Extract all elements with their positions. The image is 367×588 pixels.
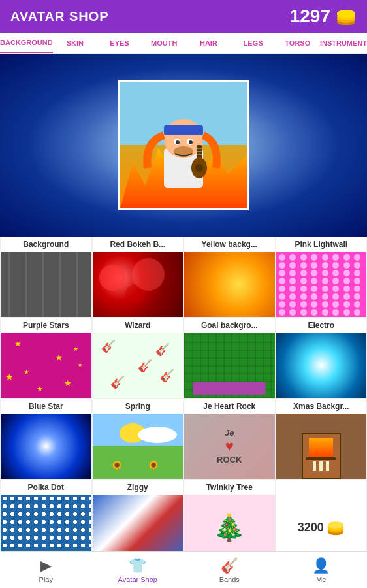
grid-item-price[interactable]: - 3200 — [276, 480, 368, 551]
coin-icon — [336, 6, 357, 27]
nav-play-label: Play — [39, 576, 53, 583]
grid-item-wizard[interactable]: Wizard 🎸 🎸 🎸 🎸 🎸 — [92, 318, 184, 399]
fireplace — [302, 433, 341, 479]
grid-item-polka-dot[interactable]: Polka Dot — [0, 480, 92, 551]
coins-display: 1297 — [290, 6, 357, 27]
coins-amount: 1297 — [290, 6, 330, 27]
svg-point-15 — [195, 164, 203, 172]
tab-mouth[interactable]: MOUTH — [142, 34, 186, 52]
bands-icon: 🎸 — [221, 557, 238, 574]
avatar-inner — [120, 82, 247, 208]
bottom-nav: ▶ Play 👕 Avatar Shop 🎸 Bands 👤 Me — [0, 551, 367, 588]
grid-item-ziggy[interactable]: Ziggy — [92, 480, 184, 551]
item-label-spring: Spring — [93, 399, 184, 414]
header: AVATAR SHOP 1297 — [0, 0, 367, 33]
item-thumb-pink-light: (function(){ var parent = document.curre… — [276, 252, 367, 317]
nav-avatar-shop[interactable]: 👕 Avatar Shop — [92, 557, 184, 583]
tab-background[interactable]: BACKGROUND — [0, 33, 53, 53]
item-label-background: Background — [1, 237, 91, 252]
item-label-je-heart-rock: Je Heart Rock — [184, 399, 275, 414]
item-label-pink-light: Pink Lightwall — [276, 237, 367, 252]
item-thumb-spring: 🌻 🌻 — [93, 414, 184, 479]
item-thumb-xmas — [276, 414, 367, 479]
nav-bands-label: Bands — [219, 576, 240, 583]
grid-item-purple-stars[interactable]: Purple Stars ★ ★ ★ ★ ★ ★ ★ ★ — [0, 318, 92, 399]
tab-eyes[interactable]: EYES — [97, 34, 142, 52]
item-label-xmas: Xmas Backgr... — [276, 399, 367, 414]
avatar-frame — [118, 80, 249, 210]
item-grid: Background Red Bokeh B... Yellow backg..… — [0, 237, 367, 551]
svg-point-4 — [337, 10, 355, 18]
item-label-polka-dot: Polka Dot — [1, 480, 91, 495]
tab-skin[interactable]: SKIN — [53, 34, 97, 52]
avatar-svg — [131, 83, 236, 207]
fire — [309, 438, 333, 457]
item-thumb-bluestar — [1, 414, 91, 479]
grid-item-electro[interactable]: Electro — [276, 318, 368, 399]
avatar-preview — [0, 54, 367, 237]
grid-item-je-heart-rock[interactable]: Je Heart Rock Je ♥ ROCK — [184, 399, 276, 480]
je-rock-text: Je ♥ ROCK — [217, 428, 242, 465]
grid-item-red-bokeh[interactable]: Red Bokeh B... — [92, 237, 184, 318]
item-thumb-je-heart-rock: Je ♥ ROCK — [184, 414, 275, 479]
grid-item-background[interactable]: Background — [0, 237, 92, 318]
app-title: AVATAR SHOP — [10, 9, 109, 24]
tab-legs[interactable]: LEGS — [231, 34, 275, 52]
grid-item-yellow-bokeh[interactable]: Yellow backg... — [184, 237, 276, 318]
tab-hair[interactable]: HAIR — [186, 34, 231, 52]
nav-bands[interactable]: 🎸 Bands — [184, 557, 276, 583]
price-row: 3200 — [298, 518, 345, 536]
svg-point-22 — [328, 521, 344, 529]
nav-avatar-shop-label: Avatar Shop — [118, 576, 157, 583]
nav-me-label: Me — [316, 576, 326, 583]
stars-deco: ★ ★ ★ ★ ★ ★ ★ ★ — [1, 333, 91, 398]
tab-instrument[interactable]: INSTRUMENT — [320, 34, 367, 52]
mantel — [306, 457, 336, 460]
grid-item-bluestar[interactable]: Blue Star — [0, 399, 92, 480]
item-thumb-polka-dot — [1, 495, 91, 551]
nav-play[interactable]: ▶ Play — [0, 557, 92, 583]
item-thumb-purple-stars: ★ ★ ★ ★ ★ ★ ★ ★ — [1, 333, 91, 398]
item-label-red-bokeh: Red Bokeh B... — [93, 237, 184, 252]
grid-item-goal[interactable]: Goal backgro... — [184, 318, 276, 399]
item-thumb-ziggy — [93, 495, 184, 551]
item-thumb-yellow-bokeh — [184, 252, 275, 317]
svg-point-11 — [189, 140, 193, 144]
grid-item-pink-light[interactable]: Pink Lightwall (function(){ var parent =… — [276, 237, 368, 318]
grid-item-twinkly-tree[interactable]: Twinkly Tree 🎄 — [184, 480, 276, 551]
item-thumb-price: 3200 — [276, 495, 367, 551]
goal-bar — [193, 382, 266, 395]
tabs-bar: BACKGROUND SKIN EYES MOUTH HAIR LEGS TOR… — [0, 33, 367, 54]
grid-item-spring[interactable]: Spring 🌻 🌻 — [92, 399, 184, 480]
svg-rect-7 — [164, 125, 203, 135]
item-thumb-wizard: 🎸 🎸 🎸 🎸 🎸 — [93, 333, 184, 398]
item-thumb-goal — [184, 333, 275, 398]
item-label-purple-stars: Purple Stars — [1, 318, 91, 333]
item-thumb-twinkly-tree: 🎄 — [184, 495, 275, 551]
item-thumb-red-bokeh — [93, 252, 184, 317]
avatar-shop-icon: 👕 — [129, 557, 146, 574]
grid-item-xmas[interactable]: Xmas Backgr... — [276, 399, 368, 480]
svg-point-10 — [176, 140, 180, 144]
item-label-bluestar: Blue Star — [1, 399, 91, 414]
item-label-wizard: Wizard — [93, 318, 184, 333]
item-label-yellow-bokeh: Yellow backg... — [184, 237, 275, 252]
price-coin-icon — [327, 518, 345, 536]
item-thumb-electro — [276, 333, 367, 398]
me-icon: 👤 — [312, 557, 330, 574]
item-thumb-background — [1, 252, 91, 317]
item-label-ziggy: Ziggy — [93, 480, 184, 495]
nav-me[interactable]: 👤 Me — [276, 557, 368, 583]
item-label-goal: Goal backgro... — [184, 318, 275, 333]
cloud — [138, 427, 177, 443]
tab-torso[interactable]: TORSO — [276, 34, 320, 52]
play-icon: ▶ — [40, 557, 52, 574]
item-label-twinkly-tree: Twinkly Tree — [184, 480, 275, 495]
candles — [313, 461, 329, 471]
item-label-electro: Electro — [276, 318, 367, 333]
price-amount: 3200 — [298, 521, 324, 534]
